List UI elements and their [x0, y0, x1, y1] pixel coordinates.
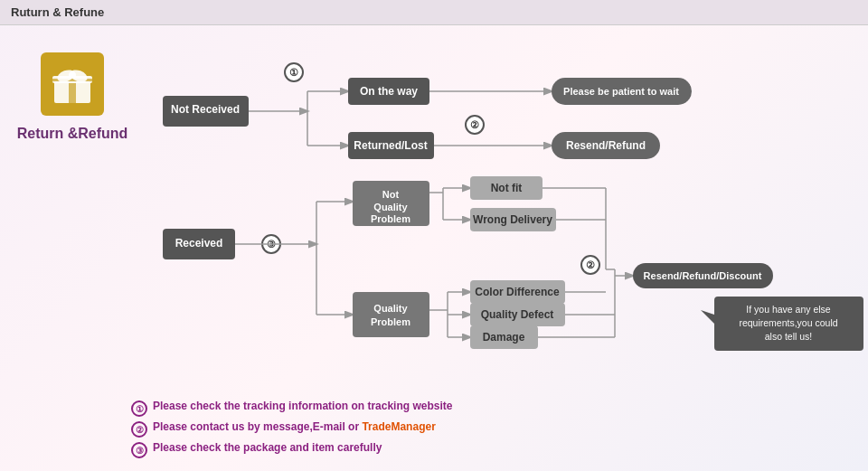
svg-text:Quality Defect: Quality Defect	[481, 308, 554, 321]
gift-icon	[41, 52, 104, 116]
svg-text:Not fit: Not fit	[491, 182, 523, 194]
svg-marker-75	[701, 310, 714, 324]
gift-svg	[50, 61, 95, 107]
note-circle-2: ②	[131, 421, 147, 438]
flowchart-svg: Not Received ① On the way Returned/Lost	[136, 34, 868, 360]
note-text-2: Please contact us by message,E-mail or T…	[153, 420, 436, 433]
svg-text:Please be patient to wait: Please be patient to wait	[563, 86, 679, 97]
svg-text:Problem: Problem	[371, 213, 410, 224]
svg-rect-1	[69, 81, 76, 103]
left-panel: Return &Refund	[9, 34, 136, 471]
svg-text:Problem: Problem	[371, 316, 410, 327]
svg-point-6	[69, 71, 76, 79]
svg-text:②: ②	[470, 119, 479, 130]
note-circle-1: ①	[131, 400, 147, 417]
svg-text:Returned/Lost: Returned/Lost	[354, 139, 427, 152]
note-circle-3: ③	[131, 442, 147, 458]
page-container: Ruturn & Refune	[0, 0, 868, 471]
highlight-trademanager: TradeManager	[362, 420, 435, 433]
brand-title: Return &Refund	[17, 125, 128, 144]
svg-text:Not: Not	[382, 189, 400, 200]
svg-text:On the way: On the way	[360, 85, 418, 98]
svg-text:Color Difference: Color Difference	[475, 286, 560, 298]
note-item-3: ③ Please check the package and item care…	[131, 441, 859, 458]
note-text-1: Please check the tracking information on…	[153, 400, 452, 412]
svg-text:Received: Received	[175, 237, 223, 250]
svg-rect-38	[353, 292, 429, 337]
svg-text:②: ②	[586, 259, 595, 270]
note-item-2: ② Please contact us by message,E-mail or…	[131, 420, 859, 438]
flowchart-area: Not Received ① On the way Returned/Lost	[136, 34, 868, 360]
page-title: Ruturn & Refune	[11, 5, 104, 19]
svg-text:Resend/Refund: Resend/Refund	[566, 139, 646, 152]
svg-text:If you have any else: If you have any else	[746, 304, 831, 315]
svg-text:requirements,you could: requirements,you could	[739, 317, 837, 328]
svg-text:Quality: Quality	[373, 202, 408, 212]
svg-text:also tell us!: also tell us!	[765, 331, 813, 342]
note-text-3: Please check the package and item carefu…	[153, 441, 382, 454]
not-received-label: Not Received	[171, 103, 240, 116]
svg-text:Quality: Quality	[373, 303, 408, 314]
svg-text:①: ①	[289, 67, 298, 78]
title-bar: Ruturn & Refune	[0, 0, 868, 25]
svg-text:Damage: Damage	[483, 331, 525, 344]
svg-text:Resend/Refund/Discount: Resend/Refund/Discount	[644, 270, 762, 281]
notes-area: ① Please check the tracking information …	[131, 400, 859, 462]
note-item-1: ① Please check the tracking information …	[131, 400, 859, 417]
svg-text:Wrong Delivery: Wrong Delivery	[473, 213, 552, 226]
